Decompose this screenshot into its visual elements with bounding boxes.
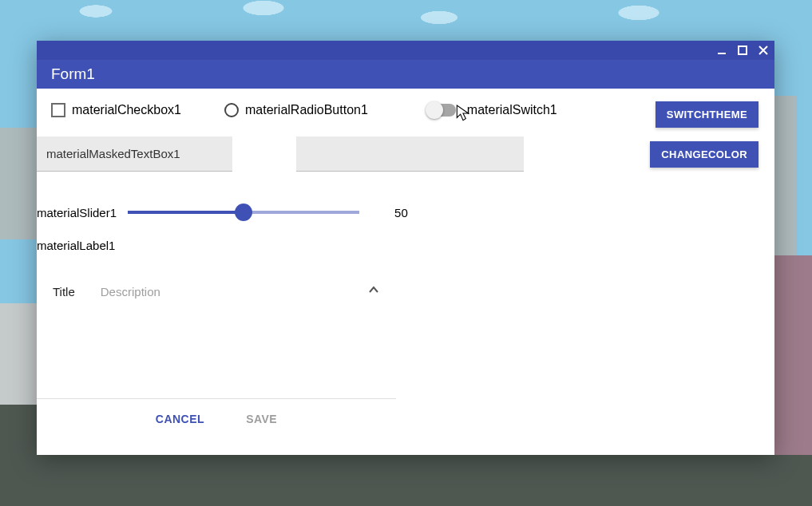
window-header[interactable]: Form1 xyxy=(37,60,774,89)
radio-label: materialRadioButton1 xyxy=(245,103,368,117)
checkbox-box-icon xyxy=(51,103,65,117)
slider-thumb[interactable] xyxy=(235,204,252,221)
save-button[interactable]: SAVE xyxy=(241,412,282,426)
switch-thumb-icon xyxy=(426,101,443,119)
minimize-button[interactable] xyxy=(715,44,728,57)
material-expansion-panel: Title Description CANCEL SAVE xyxy=(37,272,396,439)
material-masked-textbox[interactable] xyxy=(37,136,232,172)
window-titlebar[interactable] xyxy=(37,41,774,60)
material-textbox[interactable] xyxy=(296,136,524,172)
form-window: Form1 materialCheckbox1 materialRadioBut… xyxy=(37,41,774,455)
slider-track-fill xyxy=(128,211,244,214)
checkbox-label: materialCheckbox1 xyxy=(72,103,181,117)
maximize-button[interactable] xyxy=(736,44,749,57)
close-button[interactable] xyxy=(757,44,770,57)
material-checkbox[interactable]: materialCheckbox1 xyxy=(51,103,181,117)
panel-actions: CANCEL SAVE xyxy=(37,399,396,439)
radio-circle-icon xyxy=(224,103,239,117)
expansion-panel-header[interactable]: Title Description xyxy=(37,272,396,310)
slider-label: materialSlider1 xyxy=(37,206,117,219)
svg-rect-1 xyxy=(739,46,747,54)
chevron-up-icon xyxy=(367,283,380,299)
switch-label: materialSwitch1 xyxy=(467,103,557,117)
cancel-button[interactable]: CANCEL xyxy=(151,412,209,426)
material-radio-button[interactable]: materialRadioButton1 xyxy=(224,103,368,117)
panel-description: Description xyxy=(101,285,160,298)
material-slider[interactable] xyxy=(128,196,359,228)
material-switch[interactable]: materialSwitch1 xyxy=(427,103,557,117)
slider-value: 50 xyxy=(394,206,408,219)
panel-title: Title xyxy=(53,285,75,298)
form-client-area: materialCheckbox1 materialRadioButton1 m… xyxy=(37,89,774,455)
switch-track-icon xyxy=(427,104,456,117)
window-title: Form1 xyxy=(51,65,95,83)
switch-theme-button[interactable]: SWITCHTHEME xyxy=(656,101,759,128)
svg-rect-0 xyxy=(718,53,726,54)
change-color-button[interactable]: CHANGECOLOR xyxy=(650,141,759,168)
material-label: materialLabel1 xyxy=(37,239,115,252)
